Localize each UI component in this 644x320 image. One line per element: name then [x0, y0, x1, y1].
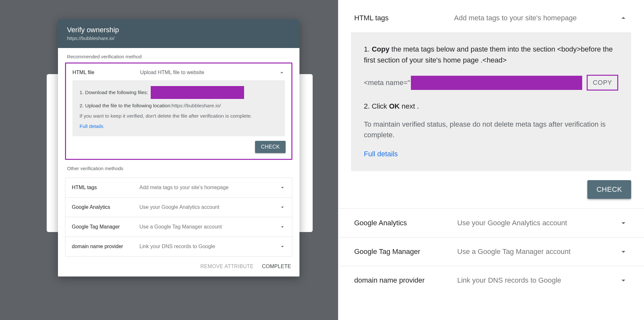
- method-domain-name-provider[interactable]: domain name provider Link your DNS recor…: [338, 266, 644, 295]
- full-details-link[interactable]: Full details: [80, 123, 278, 129]
- recommended-label: Recommended verification method: [58, 48, 299, 63]
- dialog-subtitle: https://bubbleshare.io/: [67, 35, 290, 41]
- method-desc: Use a Google Tag Manager account: [139, 224, 279, 230]
- check-button-row: CHECK: [338, 171, 644, 208]
- step-1-text: 1. Download the following files:: [80, 90, 148, 95]
- check-button[interactable]: CHECK: [255, 141, 286, 153]
- method-google-tag-manager[interactable]: Google Tag Manager Use a Google Tag Mana…: [65, 217, 292, 237]
- method-desc: Use your Google Analytics account: [139, 204, 279, 210]
- html-file-method-highlighted: HTML file Upload HTML file to website 1.…: [65, 63, 292, 160]
- step-1-number: 1.: [364, 45, 372, 53]
- method-name: HTML tags: [354, 14, 454, 22]
- html-file-header-row[interactable]: HTML file Upload HTML file to website: [66, 63, 291, 80]
- step-1-bold: Copy: [372, 45, 389, 53]
- html-file-instructions: 1. Download the following files: 2. Uplo…: [72, 80, 285, 136]
- chevron-down-icon: [279, 184, 286, 191]
- step-2-suffix: next .: [400, 102, 419, 110]
- left-panel: Verify ownership https://bubbleshare.io/…: [0, 0, 338, 320]
- verify-ownership-dialog: Verify ownership https://bubbleshare.io/…: [58, 19, 299, 276]
- maintain-status-note: To maintain verified status, please do n…: [364, 119, 618, 140]
- redacted-file-block: [151, 86, 244, 99]
- other-methods-label: Other verification methods: [58, 160, 299, 174]
- method-name: Google Tag Manager: [354, 247, 457, 256]
- dialog-title: Verify ownership: [67, 26, 290, 34]
- step-2: 2. Click OK next .: [364, 101, 618, 112]
- keep-verified-note: If you want to keep it verified, don't d…: [80, 112, 278, 120]
- step-1: 1. Download the following files:: [80, 86, 278, 99]
- check-button-row: CHECK: [66, 136, 291, 153]
- method-desc: Use your Google Analytics account: [457, 219, 619, 227]
- step-2-url: https://bubbleshare.io/: [172, 103, 221, 109]
- method-desc: Use a Google Tag Manager account: [457, 247, 619, 256]
- html-tags-header-row[interactable]: HTML tags Add meta tags to your site's h…: [338, 0, 644, 32]
- method-desc: Add meta tags to your site's homepage: [139, 185, 279, 190]
- step-2: 2. Upload the file to the following loca…: [80, 103, 278, 109]
- chevron-down-icon: [279, 204, 286, 210]
- method-desc: Link your DNS records to Google: [457, 276, 619, 285]
- step-2-prefix: 2. Click: [364, 102, 389, 110]
- remove-attribute-button[interactable]: REMOVE ATTRIBUTE: [200, 264, 253, 269]
- method-name: Google Analytics: [72, 204, 139, 210]
- method-name: HTML tags: [72, 185, 139, 190]
- method-desc: Link your DNS records to Google: [139, 244, 279, 249]
- complete-button[interactable]: COMPLETE: [262, 264, 291, 269]
- method-google-analytics[interactable]: Google Analytics Use your Google Analyti…: [338, 208, 644, 237]
- chevron-up-icon: [279, 69, 285, 76]
- full-details-link[interactable]: Full details: [364, 150, 398, 158]
- right-panel: HTML tags Add meta tags to your site's h…: [338, 0, 644, 320]
- dialog-footer: REMOVE ATTRIBUTE COMPLETE: [58, 257, 299, 276]
- check-button[interactable]: CHECK: [587, 180, 631, 199]
- chevron-down-icon: [279, 224, 286, 230]
- step-2-prefix: 2. Upload the file to the following loca…: [80, 103, 172, 109]
- method-desc: Add meta tags to your site's homepage: [454, 14, 619, 22]
- meta-tag-row: <meta name=" COPY: [364, 75, 618, 91]
- step-2-bold: OK: [389, 102, 400, 110]
- meta-prefix: <meta name=": [364, 79, 410, 87]
- chevron-down-icon: [619, 247, 628, 256]
- method-name: Google Tag Manager: [72, 224, 139, 230]
- redacted-meta-content: [411, 76, 582, 90]
- method-html-tags[interactable]: HTML tags Add meta tags to your site's h…: [65, 178, 292, 198]
- step-1-rest: the meta tags below and paste them into …: [364, 45, 613, 64]
- copy-button[interactable]: COPY: [587, 75, 618, 91]
- method-name: domain name provider: [72, 244, 139, 249]
- method-name: HTML file: [72, 70, 140, 75]
- method-google-analytics[interactable]: Google Analytics Use your Google Analyti…: [65, 198, 292, 217]
- chevron-up-icon: [619, 14, 628, 23]
- method-desc: Upload HTML file to website: [140, 70, 279, 75]
- other-methods-list: HTML tags Add meta tags to your site's h…: [65, 178, 292, 257]
- html-tags-instructions: 1. Copy the meta tags below and paste th…: [351, 32, 631, 171]
- method-google-tag-manager[interactable]: Google Tag Manager Use a Google Tag Mana…: [338, 237, 644, 266]
- chevron-down-icon: [279, 243, 286, 250]
- chevron-down-icon: [619, 218, 628, 228]
- dialog-header: Verify ownership https://bubbleshare.io/: [58, 19, 299, 48]
- method-name: Google Analytics: [354, 219, 457, 227]
- step-1: 1. Copy the meta tags below and paste th…: [364, 44, 618, 66]
- method-name: domain name provider: [354, 276, 457, 285]
- chevron-down-icon: [619, 276, 628, 285]
- method-domain-name-provider[interactable]: domain name provider Link your DNS recor…: [65, 237, 292, 256]
